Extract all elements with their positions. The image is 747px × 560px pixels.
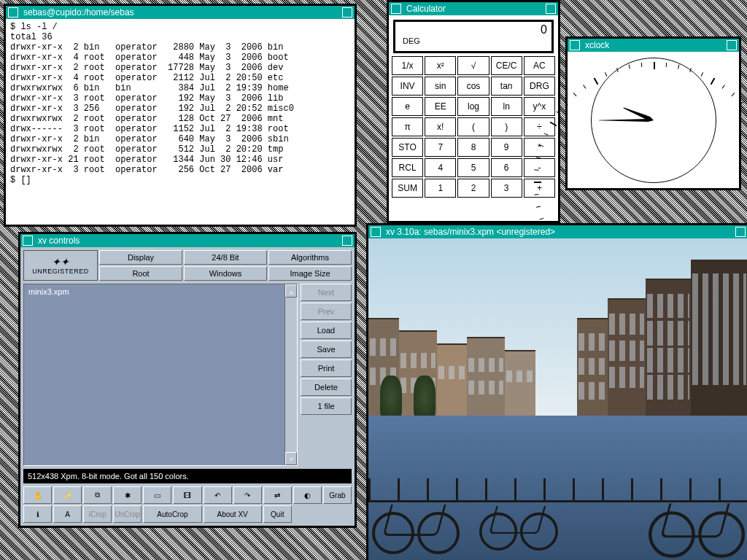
calc-key-6[interactable]: 6 bbox=[491, 158, 522, 177]
calc-key-1x[interactable]: 1/x bbox=[392, 56, 423, 75]
calc-key-cec[interactable]: CE/C bbox=[491, 56, 522, 75]
terminal-title: sebas@cupido:/home/sebas bbox=[19, 7, 341, 18]
xv-image-content[interactable] bbox=[368, 238, 747, 560]
calc-key-5[interactable]: 5 bbox=[457, 158, 489, 177]
calc-key-8[interactable]: 8 bbox=[457, 138, 489, 157]
contrast-icon[interactable]: ◐ bbox=[293, 486, 322, 504]
xv-windows-button[interactable]: Windows bbox=[184, 266, 267, 281]
window-maximize-button[interactable] bbox=[342, 236, 352, 246]
list-item[interactable]: minix3.xpm bbox=[28, 287, 293, 296]
calc-key-drg[interactable]: DRG bbox=[524, 77, 555, 96]
calc-key-ee[interactable]: EE bbox=[425, 97, 456, 116]
xv-1-file-button[interactable]: 1 file bbox=[301, 397, 352, 415]
calc-key-sin[interactable]: sin bbox=[425, 77, 456, 96]
terminal-content[interactable]: $ ls -l / total 36 drwxr-xr-x 2 bin oper… bbox=[6, 19, 355, 225]
bug-icon[interactable]: ✱ bbox=[113, 486, 142, 504]
calc-key-sto[interactable]: STO bbox=[392, 138, 423, 157]
calc-key-log[interactable]: log bbox=[457, 97, 489, 116]
calc-key-sum[interactable]: SUM bbox=[392, 179, 423, 198]
info-icon[interactable]: ℹ bbox=[23, 505, 52, 523]
calc-key-[interactable]: ( bbox=[457, 117, 489, 136]
xv-image-titlebar[interactable]: xv 3.10a: sebas/minix3.xpm <unregistered… bbox=[368, 225, 747, 238]
terminal-window: sebas@cupido:/home/sebas $ ls -l / total… bbox=[4, 4, 357, 227]
window-menu-button[interactable] bbox=[391, 4, 401, 14]
clock-tick bbox=[710, 77, 715, 85]
scroll-down-button[interactable]: ▿ bbox=[285, 452, 297, 465]
xv-24-8-bit-button[interactable]: 24/8 Bit bbox=[184, 250, 267, 265]
calc-key-4[interactable]: 4 bbox=[425, 158, 456, 177]
undo-icon[interactable]: ↶ bbox=[204, 486, 232, 504]
calc-key-inv[interactable]: INV bbox=[392, 77, 423, 96]
calc-key-[interactable]: * bbox=[524, 138, 555, 157]
window-maximize-button[interactable] bbox=[727, 40, 737, 50]
xv-image-title: xv 3.10a: sebas/minix3.xpm <unregistered… bbox=[382, 227, 735, 237]
calculator-titlebar[interactable]: Calculator bbox=[389, 2, 558, 15]
xv-load-button[interactable]: Load bbox=[301, 322, 352, 339]
wand-icon[interactable]: ✨ bbox=[53, 486, 82, 504]
calc-key-9[interactable]: 9 bbox=[491, 138, 522, 157]
calc-key-ln[interactable]: ln bbox=[491, 97, 522, 116]
window-menu-button[interactable] bbox=[8, 7, 18, 18]
copy-icon[interactable]: ⧉ bbox=[83, 486, 112, 504]
clock-tick bbox=[740, 101, 743, 105]
clock-tick bbox=[700, 72, 703, 77]
xv-file-list[interactable]: minix3.xpm ▵ ▿ bbox=[23, 284, 298, 466]
calc-key-ac[interactable]: AC bbox=[524, 56, 555, 75]
calc-key-[interactable]: ÷ bbox=[524, 117, 555, 136]
window-maximize-button[interactable] bbox=[546, 4, 556, 14]
xv-controls-titlebar[interactable]: xv controls bbox=[20, 234, 355, 247]
calc-key-cos[interactable]: cos bbox=[457, 77, 489, 96]
xclock-window: xclock bbox=[565, 36, 741, 190]
window-maximize-button[interactable] bbox=[342, 7, 352, 18]
shuffle-icon[interactable]: ⇄ bbox=[263, 486, 292, 504]
xv-algorithms-button[interactable]: Algorithms bbox=[268, 250, 352, 265]
calc-key-2[interactable]: 2 bbox=[457, 179, 489, 198]
xv-root-button[interactable]: Root bbox=[99, 266, 182, 281]
clock-tick bbox=[573, 93, 576, 96]
calculator-value: 0 bbox=[400, 23, 547, 36]
xclock-titlebar[interactable]: xclock bbox=[568, 39, 739, 52]
calc-key-3[interactable]: 3 bbox=[491, 179, 522, 198]
film-icon[interactable]: 🎞 bbox=[173, 486, 201, 504]
text-icon[interactable]: A bbox=[53, 505, 82, 523]
clock-tick bbox=[654, 62, 655, 69]
xv-grab-button[interactable]: Grab bbox=[323, 486, 352, 504]
calc-key-yx[interactable]: y^x bbox=[524, 97, 555, 116]
window-menu-button[interactable] bbox=[570, 40, 580, 50]
calc-key-[interactable]: √ bbox=[457, 56, 489, 75]
scrollbar[interactable]: ▵ ▿ bbox=[285, 284, 297, 465]
calc-key-[interactable]: - bbox=[524, 158, 555, 177]
calc-key-tan[interactable]: tan bbox=[491, 77, 522, 96]
calc-key-e[interactable]: e bbox=[392, 97, 423, 116]
terminal-titlebar[interactable]: sebas@cupido:/home/sebas bbox=[6, 6, 355, 19]
calc-key-[interactable]: ) bbox=[491, 117, 522, 136]
window-maximize-button[interactable] bbox=[735, 227, 746, 237]
image-tree bbox=[380, 376, 402, 419]
window-menu-button[interactable] bbox=[23, 236, 33, 246]
window-menu-button[interactable] bbox=[371, 227, 381, 237]
calc-key-1[interactable]: 1 bbox=[425, 179, 456, 198]
calc-key-x[interactable]: x² bbox=[425, 56, 456, 75]
image-building bbox=[467, 337, 505, 416]
xv-delete-button[interactable]: Delete bbox=[301, 378, 352, 396]
calc-key-x[interactable]: x! bbox=[425, 117, 456, 136]
redo-icon[interactable]: ↷ bbox=[233, 486, 262, 504]
clock-tick bbox=[534, 182, 541, 183]
xv-autocrop-button[interactable]: AutoCrop bbox=[143, 505, 201, 523]
scroll-up-button[interactable]: ▵ bbox=[285, 284, 297, 298]
clock-tick bbox=[689, 67, 692, 71]
image-bicycle bbox=[479, 485, 558, 551]
screen-icon[interactable]: ▭ bbox=[143, 486, 171, 504]
xv-print-button[interactable]: Print bbox=[301, 359, 352, 377]
xv-display-button[interactable]: Display bbox=[99, 250, 182, 265]
calc-key-rcl[interactable]: RCL bbox=[392, 158, 423, 177]
xv-save-button[interactable]: Save bbox=[301, 341, 352, 358]
xv-image-size-button[interactable]: Image Size bbox=[268, 266, 352, 281]
calc-key-[interactable]: π bbox=[392, 117, 423, 136]
calc-key-7[interactable]: 7 bbox=[425, 138, 456, 157]
xv-about-xv-button[interactable]: About XV bbox=[204, 505, 262, 523]
hand-icon[interactable]: ✋ bbox=[23, 486, 52, 504]
xv-quit-button[interactable]: Quit bbox=[263, 505, 292, 523]
image-building bbox=[505, 350, 535, 416]
calculator-display: 0 DEG bbox=[393, 20, 554, 53]
